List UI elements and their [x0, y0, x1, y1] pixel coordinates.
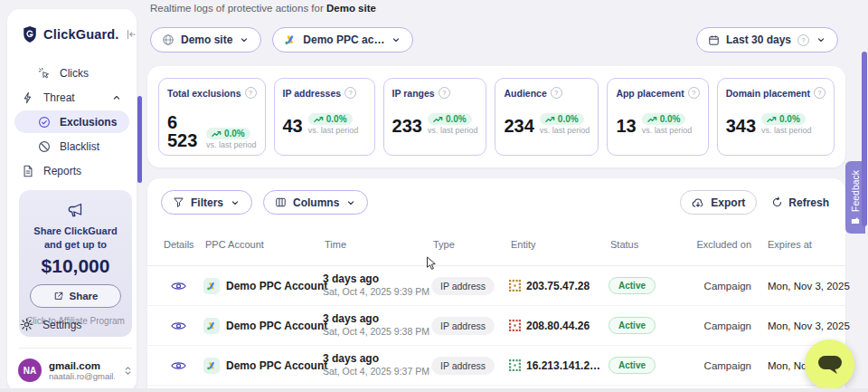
external-link-icon [53, 291, 64, 301]
table-header-row: Details PPC Account Time Type Entity Sta… [147, 224, 845, 266]
stat-card-app-placement: App placement? 13 0.0% vs. last period [607, 78, 708, 156]
columns-icon [275, 196, 287, 208]
sidebar-item-settings[interactable]: Settings [20, 318, 81, 331]
share-button-label: Share [70, 291, 99, 301]
ppc-account-name: Demo PPC Account [226, 359, 327, 372]
ppc-account-filter-dropdown[interactable]: Demo PPC ac… [272, 27, 413, 53]
sidebar-item-label: Clicks [60, 67, 89, 80]
time-absolute: Sat, Oct 4, 2025 9:37 PM [323, 366, 431, 378]
column-header-ppc-account[interactable]: PPC Account [203, 239, 323, 250]
chevron-down-icon [391, 34, 401, 45]
sidebar-item-label: Exclusions [60, 116, 117, 129]
entity-value: 16.213.141.2… [526, 359, 600, 372]
info-icon[interactable]: ? [814, 87, 826, 99]
affiliate-promo-card[interactable]: Share ClickGuard and get up to $10,000 S… [19, 190, 132, 337]
logo: ClickGuard. [7, 9, 137, 56]
time-relative: 3 days ago [323, 352, 431, 366]
ppc-account-name: Demo PPC Account [226, 280, 327, 292]
stat-value: 233 [392, 117, 422, 135]
stat-value: 234 [504, 117, 533, 135]
delta-badge: 0.0% [761, 113, 806, 125]
ppc-account-name: Demo PPC Account [226, 320, 327, 332]
stat-card-domain-placement: Domain placement? 343 0.0% vs. last peri… [717, 78, 835, 156]
excluded-on-value: Campaign [692, 320, 755, 331]
table-row: Demo PPC Account 3 days ago Sat, Oct 4, … [147, 346, 845, 386]
sidebar-collapse-icon[interactable] [125, 28, 137, 41]
date-range-dropdown[interactable]: Last 30 days ? [696, 27, 838, 53]
info-icon[interactable]: ? [245, 87, 257, 99]
stat-label: IP ranges [392, 88, 435, 99]
column-header-status[interactable]: Status [609, 239, 692, 250]
share-button[interactable]: Share [30, 284, 121, 308]
account-name: gmail.com [49, 360, 115, 371]
column-header-excluded-on[interactable]: Excluded on [692, 239, 755, 250]
entity-identicon-icon [509, 320, 521, 331]
chevron-down-icon [816, 34, 826, 45]
column-header-expires-at[interactable]: Expires at [755, 239, 836, 250]
ban-icon [38, 140, 51, 153]
delta-compare-label: vs. last period [642, 126, 693, 135]
feedback-label: Feedback [850, 169, 861, 211]
account-email: naatali.ro@gmail.com [49, 371, 115, 381]
delta-badge: 0.0% [206, 128, 250, 139]
columns-button[interactable]: Columns [263, 190, 368, 215]
time-relative: 3 days ago [323, 272, 431, 286]
column-header-details[interactable]: Details [162, 239, 203, 250]
stat-label: Domain placement [726, 88, 810, 99]
refresh-icon [771, 196, 783, 208]
column-header-entity[interactable]: Entity [509, 239, 609, 250]
stat-value: 6 523 [167, 113, 201, 149]
details-eye-icon[interactable] [167, 315, 189, 337]
sidebar-item-reports[interactable]: Reports [14, 159, 129, 182]
sidebar-item-exclusions[interactable]: Exclusions [14, 110, 129, 133]
table-toolbar: Filters Columns Export Refresh [147, 178, 845, 224]
export-label: Export [711, 196, 745, 209]
details-eye-icon[interactable] [167, 355, 189, 377]
stat-label: Audience [504, 88, 546, 99]
chat-bubble-icon [816, 354, 844, 376]
settings-label: Settings [42, 319, 81, 331]
stat-value: 43 [283, 117, 303, 135]
chat-launcher-button[interactable] [805, 339, 854, 389]
page-scrollbar[interactable] [862, 52, 867, 226]
info-icon[interactable]: ? [551, 87, 562, 99]
table-row: Demo PPC Account 3 days ago Sat, Oct 4, … [147, 266, 845, 306]
stat-value: 13 [616, 117, 636, 135]
account-switcher[interactable]: NA gmail.com naatali.ro@gmail.com [18, 359, 134, 382]
filters-button[interactable]: Filters [161, 190, 252, 215]
sidebar-nav: Clicks Threat Exclusions Blacklist Repor… [7, 56, 137, 187]
info-icon[interactable]: ? [439, 87, 450, 99]
sidebar-scrollbar[interactable] [137, 96, 142, 183]
entity-identicon-icon [509, 280, 521, 292]
sidebar-item-label: Threat [43, 91, 75, 104]
table-row: Demo PPC Account 3 days ago Sat, Oct 4, … [147, 306, 845, 346]
expires-at-value: Mon, Nov 3, 2025 [755, 320, 850, 331]
entity-value: 208.80.44.26 [526, 320, 590, 332]
stats-summary: Total exclusions? 6 523 0.0% vs. last pe… [147, 66, 845, 167]
column-header-type[interactable]: Type [431, 239, 509, 250]
scope-filters: Demo site Demo PPC ac… [150, 27, 413, 53]
chevron-down-icon [239, 34, 250, 45]
status-badge: Active [609, 317, 656, 334]
column-header-time[interactable]: Time [323, 239, 431, 250]
excluded-on-value: Campaign [692, 281, 755, 292]
site-filter-dropdown[interactable]: Demo site [150, 27, 261, 53]
details-eye-icon[interactable] [167, 275, 189, 297]
refresh-button[interactable]: Refresh [768, 196, 833, 209]
sidebar-item-clicks[interactable]: Clicks [14, 62, 129, 84]
ppc-account-filter-label: Demo PPC ac… [303, 33, 384, 46]
avatar: NA [18, 359, 42, 382]
google-ads-icon [203, 278, 220, 294]
google-ads-icon [203, 318, 220, 334]
delta-badge: 0.0% [642, 113, 686, 125]
funnel-icon [173, 196, 184, 208]
sidebar: ClickGuard. Clicks Threat Exclusions Bla… [7, 9, 137, 392]
info-icon[interactable]: ? [344, 87, 356, 99]
delta-compare-label: vs. last period [761, 126, 812, 135]
sidebar-item-blacklist[interactable]: Blacklist [14, 135, 129, 158]
info-icon[interactable]: ? [688, 87, 700, 99]
chevron-up-icon [111, 92, 122, 103]
sidebar-item-threat[interactable]: Threat [14, 86, 129, 109]
export-button[interactable]: Export [680, 190, 757, 215]
lightning-icon [22, 91, 34, 104]
